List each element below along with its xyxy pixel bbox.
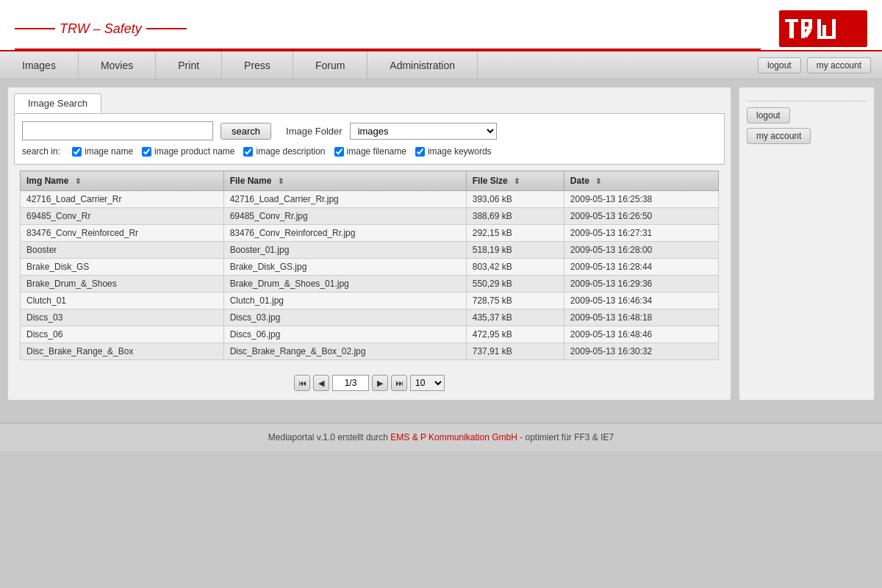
- tab-image-search[interactable]: Image Search: [14, 93, 101, 113]
- folder-select[interactable]: images thumbnails archive: [350, 123, 497, 140]
- brand-text: TRW – Safety: [15, 21, 187, 37]
- checkbox-filename[interactable]: image filename: [334, 146, 406, 157]
- cb-description-label: image description: [256, 146, 325, 157]
- cell-file_size: 803,42 kB: [466, 259, 564, 276]
- page-size-select[interactable]: 10 25 50 100: [410, 375, 445, 391]
- cell-file_size: 737,91 kB: [466, 343, 564, 360]
- cell-date: 2009-05-13 16:27:31: [564, 225, 718, 242]
- trw-logo: [779, 10, 867, 47]
- checkbox-description[interactable]: image description: [243, 146, 325, 157]
- last-page-button[interactable]: ⏭: [391, 375, 407, 391]
- side-panel-buttons: logout my account: [747, 107, 867, 144]
- cb-keywords-label: image keywords: [428, 146, 492, 157]
- table-row[interactable]: 42716_Load_Carrier_Rr42716_Load_Carrier_…: [21, 191, 719, 208]
- side-panel: logout my account: [739, 87, 875, 401]
- table-row[interactable]: 83476_Conv_Reinforced_Rr83476_Conv_Reinf…: [21, 225, 719, 242]
- footer-text-after: - optimiert für FF3 & IE7: [517, 432, 614, 442]
- cell-file_name: Disc_Brake_Range_&_Box_02.jpg: [223, 343, 466, 360]
- prev-page-button[interactable]: ◀: [313, 375, 329, 391]
- sort-arrows-file-name: ⇕: [278, 177, 284, 185]
- table-row[interactable]: 69485_Conv_Rr69485_Conv_Rr.jpg388,69 kB2…: [21, 208, 719, 225]
- navigation-bar: Images Movies Print Press Forum Administ…: [0, 51, 882, 79]
- search-in-label: search in:: [22, 146, 60, 157]
- table-row[interactable]: Discs_03Discs_03.jpg435,37 kB2009-05-13 …: [21, 309, 719, 326]
- search-button[interactable]: search: [220, 123, 271, 140]
- logout-button[interactable]: logout: [758, 57, 801, 74]
- cb-product-name-label: image product name: [154, 146, 234, 157]
- cell-img_name: Clutch_01: [21, 293, 224, 309]
- col-header-file-name[interactable]: File Name ⇕: [223, 171, 466, 191]
- cell-img_name: Booster: [21, 242, 224, 259]
- pagination: ⏮ ◀ ▶ ⏭ 10 25 50 100: [8, 366, 731, 400]
- my-account-button[interactable]: my account: [807, 57, 871, 74]
- svg-rect-11: [817, 36, 836, 39]
- cell-file_name: Brake_Drum_&_Shoes_01.jpg: [223, 276, 466, 293]
- nav-item-forum[interactable]: Forum: [293, 51, 368, 79]
- cb-keywords-input[interactable]: [415, 147, 425, 157]
- checkbox-image-name[interactable]: image name: [72, 146, 133, 157]
- page-indicator[interactable]: [332, 375, 369, 391]
- col-header-img-name[interactable]: Img Name ⇕: [21, 171, 224, 191]
- cell-img_name: Discs_06: [21, 326, 224, 343]
- cell-file_size: 435,37 kB: [466, 309, 564, 326]
- checkbox-product-name[interactable]: image product name: [142, 146, 234, 157]
- nav-item-images[interactable]: Images: [0, 51, 79, 79]
- cell-date: 2009-05-13 16:28:44: [564, 259, 718, 276]
- svg-rect-9: [832, 19, 836, 38]
- table-row[interactable]: Brake_Disk_GSBrake_Disk_GS.jpg803,42 kB2…: [21, 259, 719, 276]
- search-area: search Image Folder images thumbnails ar…: [14, 113, 725, 165]
- cb-description-input[interactable]: [243, 147, 253, 157]
- cell-date: 2009-05-13 16:48:18: [564, 309, 718, 326]
- cell-date: 2009-05-13 16:48:46: [564, 326, 718, 343]
- search-input[interactable]: [22, 121, 213, 140]
- cell-file_size: 518,19 kB: [466, 242, 564, 259]
- footer-text-before: Mediaportal v.1.0 erstellt durch: [268, 432, 391, 442]
- cell-file_size: 550,29 kB: [466, 276, 564, 293]
- cell-img_name: Disc_Brake_Range_&_Box: [21, 343, 224, 360]
- results-table: Img Name ⇕ File Name ⇕ File Size ⇕: [20, 171, 719, 360]
- main-panel: Image Search search Image Folder images …: [7, 87, 731, 401]
- table-row[interactable]: Discs_06Discs_06.jpg472,95 kB2009-05-13 …: [21, 326, 719, 343]
- cell-img_name: Brake_Disk_GS: [21, 259, 224, 276]
- table-row[interactable]: Clutch_01Clutch_01.jpg728,75 kB2009-05-1…: [21, 293, 719, 309]
- nav-item-press[interactable]: Press: [222, 51, 293, 79]
- cell-file_name: Clutch_01.jpg: [223, 293, 466, 309]
- cell-date: 2009-05-13 16:29:36: [564, 276, 718, 293]
- table-row[interactable]: BoosterBooster_01.jpg518,19 kB2009-05-13…: [21, 242, 719, 259]
- side-my-account-button[interactable]: my account: [747, 128, 811, 144]
- cell-file_name: 69485_Conv_Rr.jpg: [223, 208, 466, 225]
- svg-rect-8: [817, 19, 821, 38]
- table-row[interactable]: Brake_Drum_&_ShoesBrake_Drum_&_Shoes_01.…: [21, 276, 719, 293]
- side-panel-divider: [747, 95, 867, 101]
- tab-bar: Image Search: [8, 87, 731, 113]
- side-logout-button[interactable]: logout: [747, 107, 790, 123]
- sort-arrows-date: ⇕: [595, 177, 601, 185]
- cell-img_name: 69485_Conv_Rr: [21, 208, 224, 225]
- cb-filename-input[interactable]: [334, 147, 344, 157]
- first-page-button[interactable]: ⏮: [294, 375, 310, 391]
- table-row[interactable]: Disc_Brake_Range_&_BoxDisc_Brake_Range_&…: [21, 343, 719, 360]
- cb-image-name-label: image name: [85, 146, 133, 157]
- cell-file_name: Discs_03.jpg: [223, 309, 466, 326]
- cell-file_size: 393,06 kB: [466, 191, 564, 208]
- cell-date: 2009-05-13 16:46:34: [564, 293, 718, 309]
- cell-file_size: 728,75 kB: [466, 293, 564, 309]
- footer: Mediaportal v.1.0 erstellt durch EMS & P…: [0, 423, 882, 451]
- nav-item-movies[interactable]: Movies: [79, 51, 156, 79]
- cell-file_name: Brake_Disk_GS.jpg: [223, 259, 466, 276]
- content-wrapper: Image Search search Image Folder images …: [0, 79, 882, 408]
- search-row: search Image Folder images thumbnails ar…: [22, 121, 717, 140]
- footer-link[interactable]: EMS & P Kommunikation GmbH: [390, 432, 517, 442]
- cell-date: 2009-05-13 16:28:00: [564, 242, 718, 259]
- checkbox-keywords[interactable]: image keywords: [415, 146, 492, 157]
- cb-product-name-input[interactable]: [142, 147, 151, 157]
- svg-rect-6: [808, 19, 812, 29]
- cb-image-name-input[interactable]: [72, 147, 82, 157]
- nav-item-administration[interactable]: Administration: [368, 51, 478, 79]
- col-header-file-size[interactable]: File Size ⇕: [466, 171, 564, 191]
- col-header-date[interactable]: Date ⇕: [564, 171, 718, 191]
- nav-items: Images Movies Print Press Forum Administ…: [0, 51, 747, 79]
- cell-date: 2009-05-13 16:30:32: [564, 343, 718, 360]
- nav-item-print[interactable]: Print: [156, 51, 222, 79]
- next-page-button[interactable]: ▶: [372, 375, 388, 391]
